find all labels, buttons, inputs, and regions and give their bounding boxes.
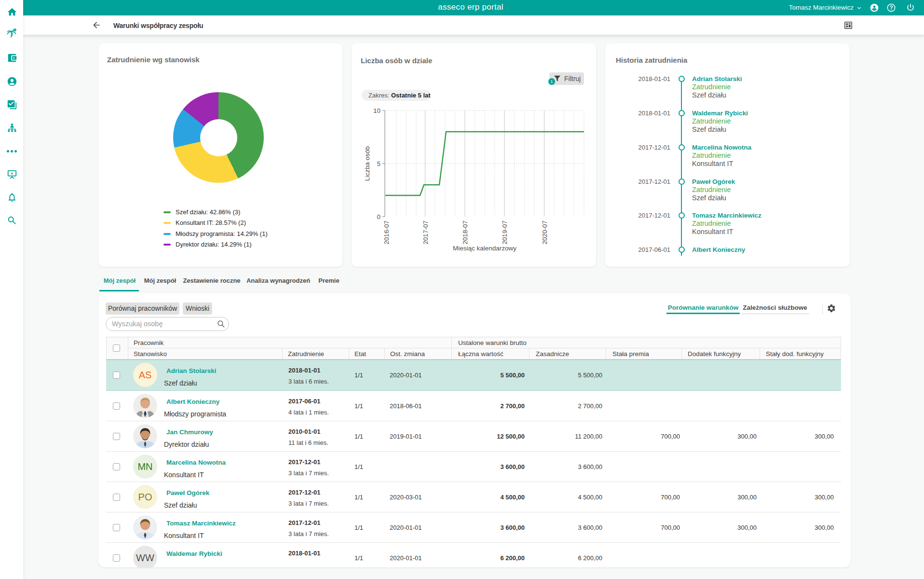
svg-text:5: 5 [377,160,380,167]
svg-text:10: 10 [373,107,380,114]
svg-text:2018-07: 2018-07 [462,221,469,245]
svg-text:0: 0 [377,213,380,221]
svg-text:Miesiąc kalendarzowy: Miesiąc kalendarzowy [453,245,516,252]
svg-text:2019-07: 2019-07 [501,221,508,245]
svg-text:2016-07: 2016-07 [383,221,390,245]
svg-text:2020-07: 2020-07 [541,221,548,245]
svg-text:Liczba osób: Liczba osób [364,146,371,181]
svg-text:2017-07: 2017-07 [422,221,429,245]
